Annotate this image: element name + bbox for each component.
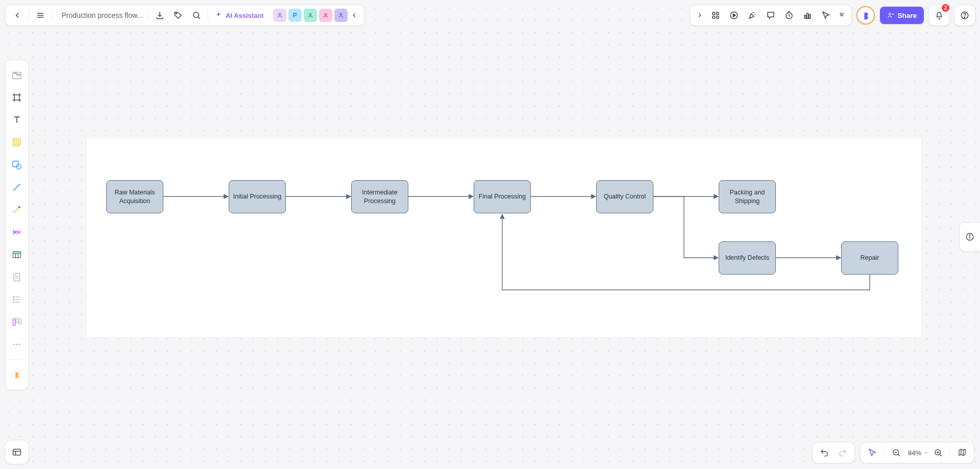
notification-badge: 2 bbox=[942, 4, 949, 12]
node-label: Intermediate Processing bbox=[355, 188, 405, 205]
shape-tool[interactable] bbox=[7, 154, 27, 176]
ai-assistant-label: AI Assistant bbox=[226, 12, 264, 19]
view-controls: 84% bbox=[861, 442, 974, 463]
svg-rect-30 bbox=[13, 252, 21, 258]
document-tool[interactable] bbox=[7, 266, 27, 288]
svg-point-22 bbox=[964, 17, 965, 17]
list-tool[interactable] bbox=[7, 289, 27, 310]
svg-rect-45 bbox=[16, 318, 18, 323]
node-raw-materials[interactable]: Raw Materials Acquisition bbox=[106, 180, 163, 213]
more-sidebar-button[interactable] bbox=[7, 334, 27, 355]
pen-tool[interactable] bbox=[7, 199, 27, 220]
ai-assistant-button[interactable]: AI Assistant bbox=[210, 7, 268, 23]
svg-rect-34 bbox=[14, 274, 20, 281]
node-final-processing[interactable]: Final Processing bbox=[474, 180, 531, 213]
pointer-mode-button[interactable] bbox=[864, 444, 881, 461]
svg-marker-15 bbox=[733, 14, 736, 17]
divider bbox=[884, 447, 885, 458]
svg-rect-10 bbox=[713, 12, 715, 15]
tag-button[interactable] bbox=[169, 6, 187, 24]
node-repair[interactable]: Repair bbox=[841, 241, 898, 275]
layers-panel-button[interactable] bbox=[5, 440, 29, 464]
download-button[interactable] bbox=[151, 6, 169, 24]
zoom-level-dropdown[interactable]: 84% bbox=[906, 449, 928, 457]
brand-tile[interactable] bbox=[7, 364, 27, 385]
apps-button[interactable] bbox=[706, 6, 725, 24]
table-tool[interactable] bbox=[7, 244, 27, 265]
ai-sparkle-icon bbox=[214, 11, 223, 19]
share-icon bbox=[887, 12, 894, 19]
collapse-topbar-button[interactable] bbox=[348, 6, 361, 24]
svg-point-7 bbox=[309, 13, 311, 15]
diagram-connectors bbox=[87, 138, 921, 337]
connector-tool[interactable] bbox=[7, 177, 27, 198]
svg-point-48 bbox=[16, 344, 17, 345]
divider bbox=[148, 9, 149, 21]
node-initial-processing[interactable]: Initial Processing bbox=[229, 180, 286, 213]
svg-line-5 bbox=[198, 17, 200, 18]
share-label: Share bbox=[897, 12, 917, 19]
diagram-frame[interactable]: Raw Materials Acquisition Initial Proces… bbox=[87, 138, 921, 337]
divider bbox=[208, 9, 208, 21]
svg-point-3 bbox=[176, 13, 177, 14]
document-title-text: Production process flow... bbox=[61, 11, 143, 19]
bell-icon bbox=[935, 11, 944, 20]
node-label: Initial Processing bbox=[233, 192, 282, 201]
node-label: Packing and Shipping bbox=[722, 188, 772, 205]
back-button[interactable] bbox=[8, 6, 27, 24]
bottom-right-controls: 84% bbox=[813, 442, 974, 463]
svg-point-49 bbox=[19, 344, 20, 345]
menu-button[interactable] bbox=[31, 6, 50, 24]
document-title[interactable]: Production process flow... bbox=[54, 11, 146, 19]
share-button[interactable]: Share bbox=[880, 7, 924, 24]
left-sidebar bbox=[5, 60, 29, 389]
vote-button[interactable] bbox=[798, 6, 817, 24]
collaborator-avatar[interactable] bbox=[319, 9, 332, 22]
topbar-left: Production process flow... AI Assistant … bbox=[5, 5, 364, 26]
more-tools-button[interactable] bbox=[835, 6, 848, 24]
celebrate-button[interactable] bbox=[743, 6, 762, 24]
node-identify-defects[interactable]: Identify Defects bbox=[719, 241, 776, 275]
svg-point-9 bbox=[340, 13, 342, 15]
frame-tool[interactable] bbox=[7, 87, 27, 108]
svg-point-42 bbox=[13, 302, 14, 303]
svg-line-61 bbox=[940, 454, 941, 456]
svg-point-6 bbox=[279, 13, 281, 15]
kanban-tool[interactable] bbox=[7, 311, 27, 333]
smart-draw-tool[interactable] bbox=[7, 221, 27, 243]
minimap-button[interactable] bbox=[953, 444, 971, 461]
search-button[interactable] bbox=[187, 6, 206, 24]
text-tool[interactable] bbox=[7, 109, 27, 131]
present-button[interactable] bbox=[725, 6, 743, 24]
collaborator-avatar[interactable] bbox=[273, 9, 286, 22]
svg-point-47 bbox=[14, 344, 15, 345]
timer-button[interactable] bbox=[780, 6, 798, 24]
node-label: Raw Materials Acquisition bbox=[110, 188, 160, 205]
notifications-button[interactable]: 2 bbox=[929, 5, 949, 26]
template-tool[interactable] bbox=[7, 64, 27, 86]
node-quality-control[interactable]: Quality Control bbox=[596, 180, 653, 213]
node-packing-shipping[interactable]: Packing and Shipping bbox=[719, 180, 776, 213]
svg-rect-44 bbox=[13, 318, 15, 325]
brand-avatar[interactable] bbox=[856, 6, 875, 24]
sticky-note-tool[interactable] bbox=[7, 132, 27, 153]
info-icon bbox=[965, 232, 974, 241]
help-button[interactable] bbox=[954, 5, 975, 26]
svg-point-40 bbox=[13, 299, 14, 300]
expand-topbar-button[interactable] bbox=[693, 6, 706, 24]
node-label: Final Processing bbox=[479, 192, 526, 201]
undo-button[interactable] bbox=[816, 444, 833, 461]
collaborator-avatar[interactable] bbox=[334, 9, 348, 22]
divider bbox=[950, 447, 950, 458]
cursor-tool-button[interactable] bbox=[817, 6, 835, 24]
svg-rect-18 bbox=[807, 13, 808, 18]
collaborator-avatar[interactable]: P bbox=[288, 9, 302, 22]
svg-point-56 bbox=[969, 235, 970, 236]
zoom-out-button[interactable] bbox=[888, 444, 905, 461]
zoom-in-button[interactable] bbox=[929, 444, 947, 461]
node-intermediate-processing[interactable]: Intermediate Processing bbox=[351, 180, 408, 213]
redo-button[interactable] bbox=[834, 444, 851, 461]
comment-button[interactable] bbox=[762, 6, 780, 24]
collaborator-avatar[interactable] bbox=[304, 9, 317, 22]
info-panel-toggle[interactable] bbox=[960, 223, 980, 251]
